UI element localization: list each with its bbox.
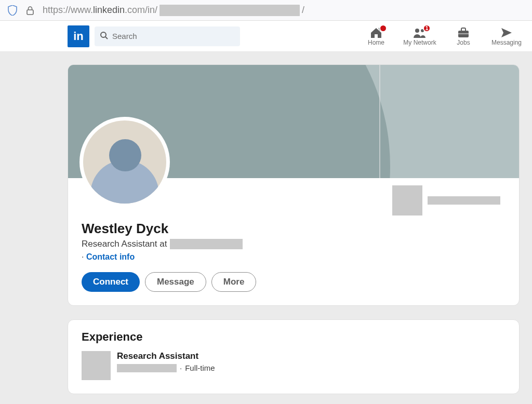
nav-label: My Network — [403, 39, 436, 46]
banner-separator — [379, 65, 380, 178]
company-name-redacted — [428, 196, 500, 205]
company-logo-redacted — [392, 185, 422, 216]
svg-rect-0 — [27, 10, 33, 15]
svg-point-3 — [415, 29, 419, 33]
notification-badge: 1 — [423, 24, 431, 32]
experience-company-redacted — [117, 364, 177, 372]
svg-point-1 — [101, 32, 106, 37]
more-button[interactable]: More — [211, 272, 257, 292]
search-icon — [100, 31, 108, 42]
jobs-icon — [457, 26, 470, 39]
logo-text: in — [73, 30, 84, 43]
experience-subline: · Full-time — [117, 363, 215, 372]
nav-home[interactable]: Home — [354, 24, 398, 48]
lock-icon — [25, 5, 35, 16]
url-prefix: https://www. — [43, 5, 93, 16]
message-button[interactable]: Message — [145, 272, 206, 292]
notification-badge — [379, 24, 387, 32]
experience-company-logo-redacted — [82, 351, 111, 380]
profile-actions: Connect Message More — [82, 272, 506, 292]
experience-type: Full-time — [185, 363, 215, 372]
url-suffix: / — [302, 5, 304, 16]
experience-title: Experience — [82, 330, 506, 344]
avatar-head-shape — [109, 139, 141, 171]
nav-jobs[interactable]: Jobs — [442, 24, 485, 48]
contact-info-link[interactable]: Contact info — [86, 252, 135, 261]
main-content: Westley Dyck Research Assistant at · Con… — [0, 52, 532, 394]
nav-label: Home — [368, 39, 384, 46]
connect-button[interactable]: Connect — [82, 272, 140, 292]
global-nav: in Search Home 1 My Network Jobs — [0, 21, 532, 52]
experience-details: Research Assistant · Full-time — [117, 351, 215, 372]
profile-name: Westley Dyck — [82, 221, 506, 237]
messaging-icon — [500, 26, 513, 39]
experience-item[interactable]: Research Assistant · Full-time — [82, 351, 506, 380]
contact-prefix: · — [82, 252, 86, 261]
nav-network[interactable]: 1 My Network — [398, 24, 442, 48]
profile-card: Westley Dyck Research Assistant at · Con… — [68, 64, 520, 306]
nav-label: Messaging — [491, 39, 522, 46]
headline-prefix: Research Assistant at — [82, 239, 167, 249]
profile-body: Westley Dyck Research Assistant at · Con… — [68, 178, 519, 305]
shield-icon — [7, 5, 18, 16]
browser-address-bar: https://www. linkedin .com/in/ / — [0, 0, 532, 21]
linkedin-logo[interactable]: in — [68, 25, 89, 47]
profile-headline: Research Assistant at — [82, 239, 506, 249]
network-icon: 1 — [413, 26, 427, 39]
nav-messaging[interactable]: Messaging — [485, 24, 528, 48]
experience-card: Experience Research Assistant · Full-tim… — [68, 319, 520, 394]
svg-line-2 — [105, 37, 108, 39]
url-mid: .com/in/ — [125, 5, 157, 16]
search-placeholder: Search — [112, 32, 137, 41]
url-host: linkedin — [93, 5, 125, 16]
url-redacted — [159, 5, 300, 16]
nav-items: Home 1 My Network Jobs Messaging — [354, 24, 532, 48]
url-text[interactable]: https://www. linkedin .com/in/ / — [43, 5, 304, 16]
search-input[interactable]: Search — [95, 26, 240, 46]
headline-company-redacted — [170, 239, 243, 249]
nav-label: Jobs — [457, 39, 470, 46]
contact-row: · Contact info — [82, 252, 506, 262]
home-icon — [369, 26, 383, 39]
experience-role: Research Assistant — [117, 351, 215, 361]
experience-type-sep: · — [180, 363, 182, 372]
company-box — [392, 185, 500, 216]
